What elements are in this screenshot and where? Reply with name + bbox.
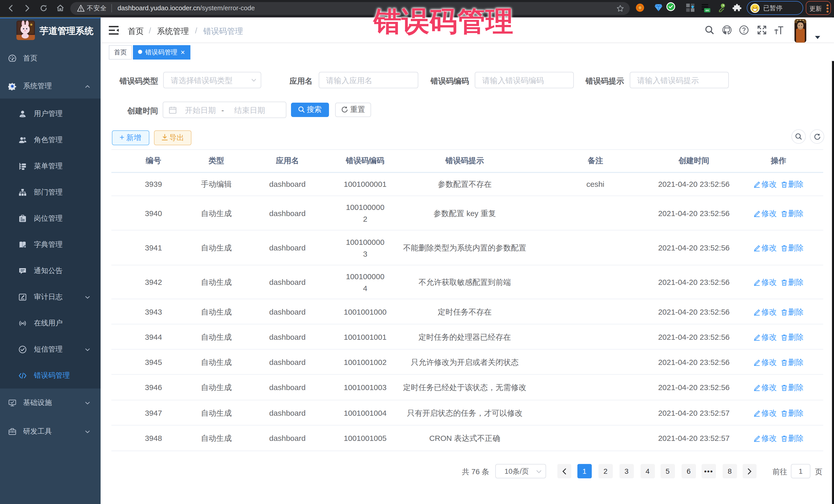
svg-text:on: on (705, 9, 709, 12)
